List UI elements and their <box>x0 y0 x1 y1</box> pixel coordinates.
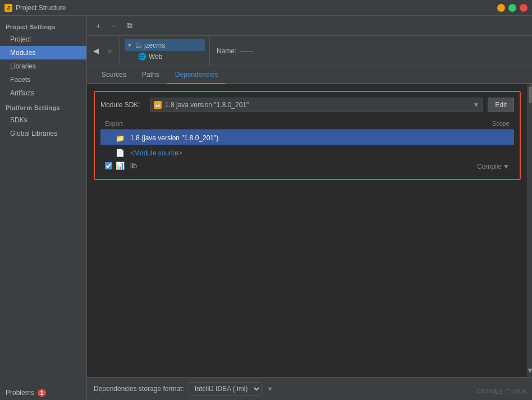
name-row: Name: —— <box>210 36 532 66</box>
dep-row-3-label: lib <box>130 162 137 170</box>
tabs-bar: Sources Paths Dependencies <box>87 66 532 84</box>
tree-web-item[interactable]: 🌐 Web <box>136 51 205 62</box>
scroll-indicator: ▼ <box>528 84 532 377</box>
sidebar-item-facets[interactable]: Facets <box>0 73 86 86</box>
back-button[interactable]: ◀ <box>89 44 103 58</box>
select-arrow: ▼ <box>267 385 273 392</box>
web-icon: 🌐 <box>138 53 146 61</box>
storage-format-select[interactable]: IntelliJ IDEA (.iml) <box>189 382 262 396</box>
sdk-java-icon: ☕ <box>154 101 162 109</box>
title-bar: J Project Structure <box>0 0 532 16</box>
dependencies-outer-box: Module SDK: ☕ 1.8 java version "1.8.0_20… <box>94 91 521 180</box>
dep-row-2-scope <box>410 145 514 160</box>
problems-badge: 1 <box>38 389 47 397</box>
window-title: Project Structure <box>16 4 497 12</box>
watermark: CSDN博主·二力队长 <box>476 388 528 396</box>
scope-dropdown-arrow: ▼ <box>503 163 510 171</box>
minimize-button[interactable] <box>497 4 505 12</box>
main-layout: Project Settings Project Modules Librari… <box>0 16 532 400</box>
dependencies-panel: Module SDK: ☕ 1.8 java version "1.8.0_20… <box>87 84 528 377</box>
sidebar: Project Settings Project Modules Librari… <box>0 16 87 400</box>
problems-section[interactable]: Problems 1 <box>0 385 86 400</box>
tab-paths[interactable]: Paths <box>134 66 167 84</box>
col-scope: Scope <box>410 118 514 130</box>
maximize-button[interactable] <box>508 4 516 12</box>
dep-row-2[interactable]: 📄 <Module source> <box>100 145 514 160</box>
platform-settings-heading: Platform Settings <box>0 100 86 113</box>
dep-row-2-icon: 📄 <box>116 149 125 157</box>
sidebar-item-libraries[interactable]: Libraries <box>0 59 86 73</box>
sdk-value: 1.8 java version "1.8.0_201" <box>165 101 249 109</box>
forward-button[interactable]: ▶ <box>104 44 117 58</box>
project-settings-heading: Project Settings <box>0 19 86 33</box>
dep-row-1-label: 1.8 (java version "1.8.0_201") <box>130 134 218 142</box>
dep-row-3-cell: 📊 lib <box>100 159 410 173</box>
sidebar-item-sdks[interactable]: SDKs <box>0 113 86 127</box>
name-value: —— <box>240 47 253 55</box>
scroll-thumb[interactable] <box>529 86 532 103</box>
dep-row-3[interactable]: 📊 lib Compile ▼ <box>100 159 514 173</box>
sdk-label: Module SDK: <box>100 101 145 109</box>
tab-sources[interactable]: Sources <box>94 66 134 84</box>
name-label: Name: <box>217 47 236 55</box>
tree-expand-arrow: ▼ <box>127 42 132 48</box>
dep-row-1-icon: 📁 <box>116 134 125 142</box>
tab-dependencies[interactable]: Dependencies <box>167 66 226 84</box>
sidebar-item-artifacts[interactable]: Artifacts <box>0 86 86 100</box>
sdk-dropdown-arrow: ▼ <box>473 101 479 109</box>
col-export: Export <box>100 118 410 130</box>
bottom-bar: Dependencies storage format: IntelliJ ID… <box>87 377 532 400</box>
dep-row-1[interactable]: 📁 1.8 (java version "1.8.0_201") <box>100 130 514 145</box>
dep-row-2-label: <Module source> <box>130 149 182 157</box>
sdk-edit-button[interactable]: Edit <box>488 98 514 112</box>
dep-row-1-cell: 📁 1.8 (java version "1.8.0_201") <box>100 130 410 145</box>
sidebar-item-global-libraries[interactable]: Global Libraries <box>0 127 86 140</box>
dep-row-3-checkbox[interactable] <box>105 162 112 169</box>
toolbar: + − ⧉ <box>87 16 532 36</box>
close-button[interactable] <box>520 4 528 12</box>
dep-scope-compile[interactable]: Compile ▼ <box>414 163 510 171</box>
tree-web-label: Web <box>149 53 162 61</box>
problems-label: Problems <box>6 389 34 397</box>
sdk-dropdown[interactable]: ☕ 1.8 java version "1.8.0_201" ▼ <box>150 98 483 112</box>
add-button[interactable]: + <box>91 19 105 33</box>
sdk-row: Module SDK: ☕ 1.8 java version "1.8.0_20… <box>100 98 514 112</box>
copy-button[interactable]: ⧉ <box>123 19 136 33</box>
dep-row-2-cell: 📄 <Module source> <box>100 145 410 160</box>
bottom-label: Dependencies storage format: <box>94 385 184 393</box>
tree-root-label: jzecms <box>144 42 165 49</box>
tree-children: 🌐 Web <box>125 51 205 62</box>
dep-row-1-scope <box>410 130 514 145</box>
tree-root-item[interactable]: ▼ 🗂 jzecms <box>125 39 205 51</box>
dependencies-table: Export Scope 📁 <box>100 118 514 173</box>
sidebar-item-project[interactable]: Project <box>0 33 86 46</box>
window-controls <box>497 4 528 12</box>
app-icon: J <box>4 4 12 12</box>
dep-row-3-icon: 📊 <box>116 162 125 170</box>
sidebar-item-modules[interactable]: Modules <box>0 46 86 59</box>
module-icon: 🗂 <box>135 41 142 49</box>
dependencies-scroll-area: Module SDK: ☕ 1.8 java version "1.8.0_20… <box>87 84 532 377</box>
dep-row-3-scope: Compile ▼ <box>410 159 514 173</box>
remove-button[interactable]: − <box>107 19 121 33</box>
content-area: + − ⧉ ◀ ▶ ▼ 🗂 jzecms 🌐 Web <box>87 16 532 400</box>
scroll-bottom-arrow: ▼ <box>526 366 532 377</box>
